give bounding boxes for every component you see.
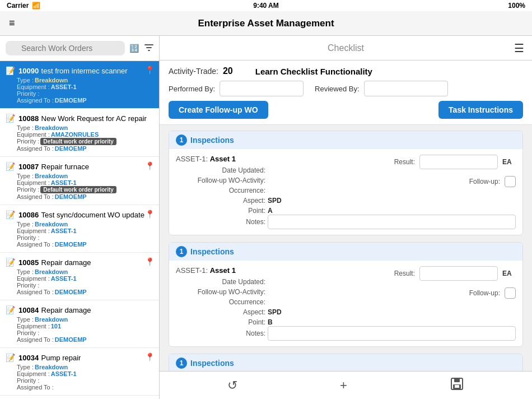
app-header: ≡ Enterprise Asset Management	[0, 11, 532, 36]
status-bar-right: 100%	[508, 2, 525, 10]
search-bar: 🔍 🔢	[0, 36, 159, 61]
aspect-value: SPD	[268, 308, 282, 316]
performed-by-label: Performed By:	[169, 85, 215, 93]
result-area: Result: EA	[394, 155, 516, 169]
pin-icon: 📍	[145, 161, 155, 170]
activity-trade-label: Activity-Trade:	[169, 67, 218, 76]
followup-wo-row: Follow-up WO-Activity:	[176, 288, 282, 296]
inspection-left: ASSET-1: Asset 1 Date Updated: Follow-up…	[176, 266, 282, 326]
inspection-number: 1	[176, 358, 187, 369]
inspection-body: ASSET-1: Asset 1 Date Updated: Follow-up…	[169, 261, 522, 346]
menu-icon[interactable]: ≡	[9, 17, 15, 29]
inspection-body: ASSET-1: Asset 1 Date Updated: Follow-up…	[169, 149, 522, 235]
add-button[interactable]: +	[340, 378, 347, 393]
aspect-value: SPD	[268, 197, 282, 205]
pin-icon: 📍	[145, 210, 155, 219]
followup-label: Follow-up:	[469, 289, 500, 297]
learn-text: Learn Checklist Functionality	[255, 67, 372, 76]
date-updated-label: Date Updated:	[176, 278, 265, 286]
work-order-item[interactable]: 📝 10090 test from intermec scanner Type …	[0, 61, 159, 109]
status-bar-left: Carrier 📶	[7, 2, 40, 10]
notes-input[interactable]	[268, 326, 516, 341]
followup-wo-label: Follow-up WO-Activity:	[176, 177, 265, 184]
inspection-title: Inspections	[190, 359, 234, 368]
work-order-item[interactable]: 📝 10087 Repair furnace Type : Breakdown …	[0, 157, 159, 205]
pin-icon: 📍	[145, 257, 155, 266]
followup-checkbox[interactable]	[505, 176, 516, 187]
asset-value: Asset 1	[210, 266, 236, 275]
performed-by-group: Performed By:	[169, 81, 304, 96]
inspection-header: 1 Inspections	[169, 131, 522, 149]
point-label: Point:	[176, 318, 265, 326]
save-button[interactable]	[450, 377, 464, 395]
reviewed-by-label: Reviewed By:	[315, 85, 359, 93]
result-area: Result: EA	[394, 266, 516, 281]
inspection-section: 1 Inspections ASSET-1: Asset 1 Date Upda…	[169, 242, 523, 347]
activity-trade: Activity-Trade: 20	[169, 66, 233, 76]
inspection-title: Inspections	[190, 247, 234, 256]
performed-by-input[interactable]	[220, 81, 304, 96]
notes-label: Notes:	[176, 218, 265, 226]
point-row: Point: B	[176, 318, 282, 326]
sort-icon[interactable]: 🔢	[128, 40, 139, 56]
reviewed-by-input[interactable]	[364, 81, 448, 96]
result-input[interactable]	[419, 155, 498, 169]
svg-rect-2	[146, 47, 152, 48]
followup-checkbox[interactable]	[505, 287, 516, 299]
asset-value: Asset 1	[210, 155, 236, 163]
status-bar: Carrier 📶 9:40 AM 100%	[0, 0, 532, 11]
checklist-menu-icon[interactable]: ☰	[514, 41, 524, 55]
status-time: 9:40 AM	[253, 2, 279, 10]
inspection-header: 1 Inspections	[169, 243, 522, 261]
work-order-item[interactable]: 📝 10086 Test sync/document WO update Typ…	[0, 205, 159, 253]
edit-icon: 📝	[6, 210, 15, 219]
inspection-left: ASSET-1: Asset 1 Date Updated: Follow-up…	[176, 155, 282, 215]
edit-icon: 📝	[6, 305, 15, 314]
asset-label: ASSET-1:	[176, 155, 208, 163]
asset-label: ASSET-1:	[176, 266, 208, 275]
svg-rect-3	[148, 50, 150, 51]
occurrence-label: Occurrence:	[176, 187, 265, 194]
filter-icon[interactable]	[143, 40, 155, 56]
activity-trade-value: 20	[223, 66, 233, 76]
aspect-row: Aspect: SPD	[176, 308, 282, 316]
inspection-content-row: ASSET-1: Asset 1 Date Updated: Follow-up…	[176, 266, 516, 326]
inspection-number: 1	[176, 246, 187, 257]
work-order-item[interactable]: 📝 10085 Repair damage Type : Breakdown E…	[0, 253, 159, 300]
point-label: Point:	[176, 207, 265, 215]
checklist-toolbar: Activity-Trade: 20 Learn Checklist Funct…	[160, 61, 532, 125]
edit-icon: 📝	[6, 114, 15, 123]
create-follow-up-button[interactable]: Create Follow-up WO	[169, 101, 268, 119]
occurrence-row: Occurrence:	[176, 187, 282, 194]
followup-area: Follow-up:	[469, 287, 516, 299]
result-input[interactable]	[419, 266, 498, 281]
result-label: Result:	[394, 270, 415, 277]
right-panel: Checklist ☰ Activity-Trade: 20 Learn Che…	[160, 36, 532, 399]
checklist-title: Checklist	[328, 43, 364, 53]
task-instructions-button[interactable]: Task Instructions	[438, 101, 523, 119]
aspect-row: Aspect: SPD	[176, 197, 282, 205]
followup-wo-label: Follow-up WO-Activity:	[176, 288, 265, 296]
followup-label: Follow-up:	[469, 178, 500, 185]
point-value: B	[268, 318, 273, 326]
work-order-item[interactable]: 📝 10088 New Work Request for AC repair T…	[0, 109, 159, 157]
edit-icon: 📝	[6, 162, 15, 171]
svg-rect-1	[144, 44, 153, 45]
app-title: Enterprise Asset Management	[198, 18, 334, 29]
inspection-title: Inspections	[190, 136, 234, 145]
work-order-item[interactable]: 📝 10034 Pump repair Type : Breakdown Equ…	[0, 348, 159, 396]
toolbar-row2: Performed By: Reviewed By:	[169, 81, 523, 96]
work-order-item[interactable]: 📝 10084 Repair damage Type : Breakdown E…	[0, 300, 159, 348]
inspection-fields: Date Updated: Follow-up WO-Activity: Occ…	[176, 166, 282, 215]
edit-icon: 📝	[6, 353, 15, 362]
refresh-button[interactable]: ↺	[227, 378, 237, 393]
notes-input[interactable]	[268, 215, 516, 229]
result-unit: EA	[502, 158, 516, 166]
inspection-header: 1 Inspections	[169, 354, 522, 371]
search-input[interactable]	[6, 41, 125, 55]
inspection-right: Result: EA Follow-up:	[394, 155, 516, 187]
point-value: A	[268, 207, 273, 215]
inspections-scroll: 1 Inspections ASSET-1: Asset 1 Date Upda…	[160, 125, 532, 371]
reviewed-by-group: Reviewed By:	[315, 81, 447, 96]
pin-icon: 📍	[145, 352, 155, 361]
